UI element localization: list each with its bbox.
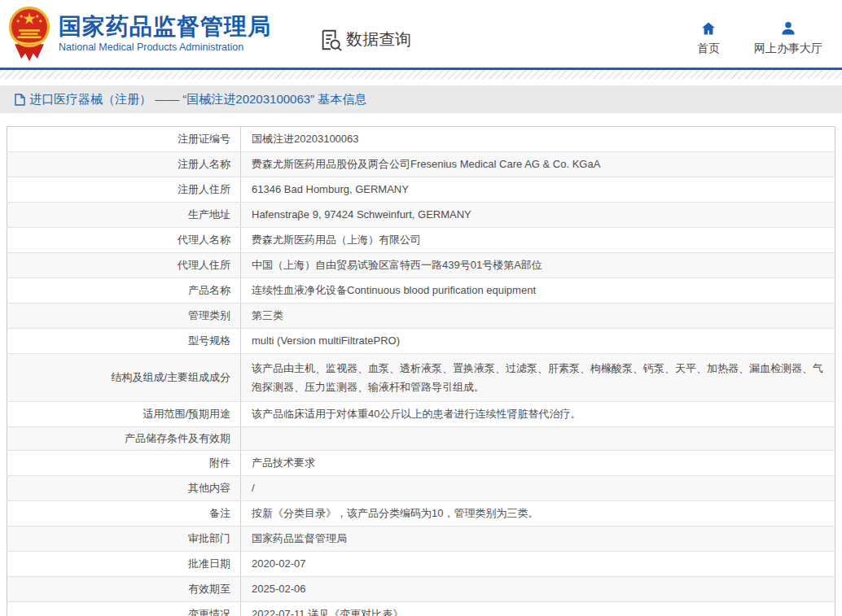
row-value: 按新《分类目录》，该产品分类编码为10，管理类别为三类。 (241, 501, 835, 526)
row-value: 2025-02-06 (241, 577, 835, 602)
row-label: 结构及组成/主要组成成分 (7, 354, 241, 402)
table-row: 代理人名称费森尤斯医药用品（上海）有限公司 (7, 228, 835, 253)
table-row: 批准日期2020-02-07 (7, 552, 835, 577)
data-query-section: 数据查询 (318, 28, 411, 52)
registration-info: 注册证编号国械注进20203100063注册人名称费森尤斯医药用品股份及两合公司… (7, 126, 835, 616)
row-value: 国家药品监督管理局 (241, 526, 835, 552)
table-row: 其他内容/ (7, 476, 835, 501)
hatched-strip (0, 70, 842, 79)
nmpa-logo: 国家药品监督管理局 National Medical Products Admi… (8, 6, 271, 63)
row-label: 适用范围/预期用途 (7, 402, 241, 427)
nav-item-service-hall[interactable]: 网上办事大厅 (754, 20, 822, 56)
row-label: 注册人住所 (7, 177, 241, 203)
row-label: 其他内容 (7, 476, 241, 501)
row-value: 费森尤斯医药用品股份及两合公司Fresenius Medical Care AG… (241, 152, 835, 177)
site-subtitle: National Medical Products Administration (59, 42, 271, 53)
logo-text: 国家药品监督管理局 National Medical Products Admi… (59, 15, 271, 53)
registration-info-table: 注册证编号国械注进20203100063注册人名称费森尤斯医药用品股份及两合公司… (7, 126, 835, 616)
row-value: 61346 Bad Homburg, GERMANY (241, 177, 835, 203)
row-label: 生产地址 (7, 203, 241, 228)
nav-item-home[interactable]: 首页 (697, 20, 720, 56)
user-icon (780, 20, 796, 37)
row-value: 国械注进20203100063 (241, 127, 835, 152)
china-national-emblem-icon (8, 6, 50, 63)
table-row: 变更情况2022-07-11 详见《变更对比表》。 (7, 602, 835, 616)
row-label: 产品储存条件及有效期 (7, 427, 241, 451)
row-value: multi (Version multiFiltratePRO) (241, 329, 835, 354)
data-query-label: 数据查询 (346, 28, 411, 50)
row-label: 代理人名称 (7, 228, 241, 253)
row-value: 该产品由主机、监视器、血泵、透析液泵、置换液泵、过滤泵、肝素泵、枸橼酸泵、钙泵、… (241, 354, 835, 402)
row-value: 该产品临床适用于对体重40公斤以上的患者进行连续性肾脏替代治疗。 (241, 402, 835, 427)
table-row: 注册证编号国械注进20203100063 (7, 127, 835, 152)
table-row: 注册人住所61346 Bad Homburg, GERMANY (7, 177, 835, 203)
row-label: 附件 (7, 451, 241, 476)
row-value: 2022-07-11 详见《变更对比表》。 (241, 602, 835, 616)
row-label: 注册人名称 (7, 152, 241, 177)
table-row: 审批部门国家药品监督管理局 (7, 526, 835, 552)
breadcrumb: 进口医疗器械（注册） —— “国械注进20203100063” 基本信息 (0, 85, 842, 113)
table-row: 型号规格multi (Version multiFiltratePRO) (7, 329, 835, 354)
info-table-body: 注册证编号国械注进20203100063注册人名称费森尤斯医药用品股份及两合公司… (7, 127, 835, 616)
table-row: 代理人住所中国（上海）自由贸易试验区富特西一路439号01号楼第A部位 (7, 253, 835, 278)
row-value: 产品技术要求 (241, 451, 835, 476)
table-row: 注册人名称费森尤斯医药用品股份及两合公司Fresenius Medical Ca… (7, 152, 835, 177)
nav-label-service-hall: 网上办事大厅 (754, 42, 822, 56)
row-value (241, 427, 835, 451)
row-label: 产品名称 (7, 278, 241, 304)
table-row: 结构及组成/主要组成成分该产品由主机、监视器、血泵、透析液泵、置换液泵、过滤泵、… (7, 354, 835, 402)
table-row: 有效期至2025-02-06 (7, 577, 835, 602)
row-value: 连续性血液净化设备Continuous blood purification e… (241, 278, 835, 304)
document-icon (15, 94, 25, 106)
row-label: 变更情况 (7, 602, 241, 616)
table-row: 附件产品技术要求 (7, 451, 835, 476)
table-row: 产品名称连续性血液净化设备Continuous blood purificati… (7, 278, 835, 304)
row-value: 费森尤斯医药用品（上海）有限公司 (241, 228, 835, 253)
row-label: 管理类别 (7, 304, 241, 329)
row-value: 第三类 (241, 304, 835, 329)
site-title: 国家药品监督管理局 (59, 15, 271, 39)
page-header: 国家药品监督管理局 National Medical Products Admi… (0, 0, 842, 68)
breadcrumb-text: 进口医疗器械（注册） —— “国械注进20203100063” 基本信息 (29, 92, 366, 107)
header-nav: 首页 网上办事大厅 (697, 20, 822, 56)
spacer (0, 79, 842, 85)
row-value: 2020-02-07 (241, 552, 835, 577)
row-label: 备注 (7, 501, 241, 526)
table-row: 管理类别第三类 (7, 304, 835, 329)
data-query-icon (318, 28, 343, 52)
row-label: 批准日期 (7, 552, 241, 577)
row-label: 有效期至 (7, 577, 241, 602)
row-value: 中国（上海）自由贸易试验区富特西一路439号01号楼第A部位 (241, 253, 835, 278)
row-label: 代理人住所 (7, 253, 241, 278)
table-row: 适用范围/预期用途该产品临床适用于对体重40公斤以上的患者进行连续性肾脏替代治疗… (7, 402, 835, 427)
home-icon (700, 20, 717, 37)
table-row: 备注按新《分类目录》，该产品分类编码为10，管理类别为三类。 (7, 501, 835, 526)
row-label: 型号规格 (7, 329, 241, 354)
table-row: 产品储存条件及有效期 (7, 427, 835, 451)
row-label: 注册证编号 (7, 127, 241, 152)
table-row: 生产地址Hafenstraβe 9, 97424 Schweinfurt, GE… (7, 203, 835, 228)
row-label: 审批部门 (7, 526, 241, 552)
nav-label-home: 首页 (697, 42, 720, 56)
row-value: Hafenstraβe 9, 97424 Schweinfurt, GERMAN… (241, 203, 835, 228)
row-value: / (241, 476, 835, 501)
spacer (0, 113, 842, 120)
